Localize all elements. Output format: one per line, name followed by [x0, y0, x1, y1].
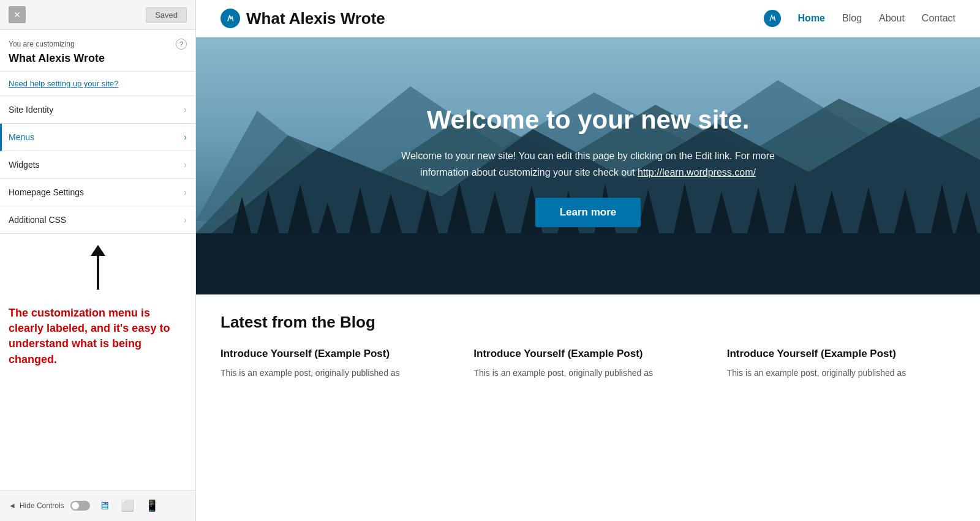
post-excerpt-3: This is an example post, originally publ…: [727, 366, 956, 380]
learn-more-button[interactable]: Learn more: [535, 198, 641, 227]
hero-section: Welcome to your new site. Welcome to you…: [196, 37, 980, 294]
hero-learn-link[interactable]: http://learn.wordpress.com/: [638, 167, 756, 178]
customizer-sidebar: ✕ Saved You are customizing ? What Alexi…: [0, 0, 196, 521]
sidebar-item-widgets[interactable]: Widgets ›: [0, 151, 195, 179]
additional-css-label: Additional CSS: [9, 215, 66, 225]
sidebar-item-additional-css[interactable]: Additional CSS ›: [0, 206, 195, 234]
menu-list: Site Identity › Menus › Widgets › Homepa…: [0, 96, 195, 234]
nav-home[interactable]: Home: [798, 13, 825, 24]
arrow-up-icon: [91, 245, 105, 256]
help-link[interactable]: Need help setting up your site?: [0, 72, 195, 96]
site-identity-label: Site Identity: [9, 105, 53, 114]
blog-post-3: Introduce Yourself (Example Post) This i…: [727, 347, 956, 380]
svg-rect-6: [196, 233, 980, 294]
site-preview: What Alexis Wrote Home Blog About Contac…: [196, 0, 980, 521]
blog-post-1: Introduce Yourself (Example Post) This i…: [221, 347, 449, 380]
customizing-section: You are customizing ? What Alexis Wrote: [0, 30, 195, 72]
sidebar-footer: ◄ Hide Controls 🖥 ⬜ 📱: [0, 490, 195, 521]
post-title-2: Introduce Yourself (Example Post): [473, 347, 702, 361]
homepage-settings-label: Homepage Settings: [9, 187, 84, 197]
sidebar-item-menus[interactable]: Menus ›: [0, 124, 195, 151]
logo-icon: [221, 9, 240, 28]
site-header: What Alexis Wrote Home Blog About Contac…: [196, 0, 980, 37]
tablet-icon: ⬜: [121, 500, 134, 512]
blog-post-2: Introduce Yourself (Example Post) This i…: [473, 347, 702, 380]
hide-icon: ◄: [9, 501, 16, 510]
mobile-view-button[interactable]: 📱: [143, 497, 161, 515]
post-title-3: Introduce Yourself (Example Post): [727, 347, 956, 361]
customizing-label: You are customizing ?: [9, 39, 187, 50]
saved-button[interactable]: Saved: [146, 7, 187, 23]
post-excerpt-2: This is an example post, originally publ…: [473, 366, 702, 380]
nav-contact[interactable]: Contact: [922, 13, 956, 24]
site-title: What Alexis Wrote: [246, 9, 385, 28]
hero-content: Welcome to your new site. Welcome to you…: [374, 105, 802, 228]
desktop-view-button[interactable]: 🖥: [96, 497, 112, 515]
sidebar-header: ✕ Saved: [0, 0, 195, 30]
site-logo-area: What Alexis Wrote: [221, 9, 385, 28]
post-title-1: Introduce Yourself (Example Post): [221, 347, 449, 361]
sidebar-item-homepage-settings[interactable]: Homepage Settings ›: [0, 179, 195, 206]
hide-controls-button[interactable]: ◄ Hide Controls: [9, 501, 64, 510]
chevron-icon: ›: [184, 215, 187, 225]
svg-point-1: [767, 13, 777, 23]
blog-section: Latest from the Blog Introduce Yourself …: [196, 294, 980, 521]
chevron-icon: ›: [184, 160, 187, 170]
nav-menu: Home Blog About Contact: [764, 10, 956, 27]
blog-posts: Introduce Yourself (Example Post) This i…: [221, 347, 956, 380]
hide-controls-toggle[interactable]: [70, 501, 90, 511]
menus-label: Menus: [9, 132, 34, 142]
post-excerpt-1: This is an example post, originally publ…: [221, 366, 449, 380]
tablet-view-button[interactable]: ⬜: [118, 497, 137, 515]
hero-title: Welcome to your new site.: [386, 105, 790, 135]
help-icon[interactable]: ?: [176, 39, 187, 50]
mobile-icon: 📱: [145, 500, 159, 512]
close-button[interactable]: ✕: [9, 6, 26, 23]
desktop-icon: 🖥: [99, 500, 110, 512]
blog-section-title: Latest from the Blog: [221, 313, 956, 332]
nav-about[interactable]: About: [879, 13, 905, 24]
nav-edit-icon: [764, 10, 781, 27]
sidebar-item-site-identity[interactable]: Site Identity ›: [0, 96, 195, 124]
hero-description: Welcome to your new site! You can edit t…: [386, 148, 790, 181]
hide-controls-label: Hide Controls: [20, 501, 64, 510]
annotation-text: The customization menu is clearly labele…: [0, 296, 195, 377]
chevron-icon: ›: [184, 105, 187, 114]
chevron-icon: ›: [184, 187, 187, 197]
arrow-shaft: [97, 256, 99, 290]
widgets-label: Widgets: [9, 160, 40, 170]
site-name-display: What Alexis Wrote: [9, 52, 187, 65]
arrow-annotation: [0, 234, 195, 296]
nav-blog[interactable]: Blog: [842, 13, 862, 24]
chevron-icon-active: ›: [184, 132, 187, 142]
customizing-text: You are customizing: [9, 40, 75, 48]
